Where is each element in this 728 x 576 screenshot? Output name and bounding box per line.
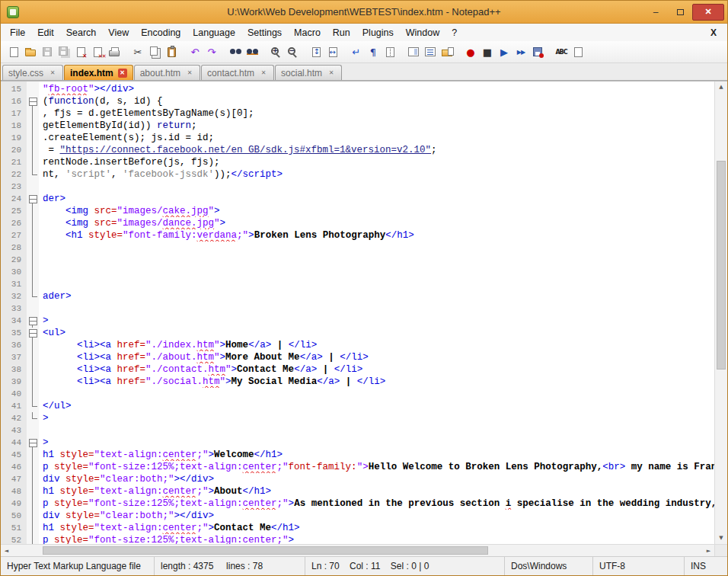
line-number[interactable]: 21 (1, 156, 27, 168)
line-number[interactable]: 52 (1, 534, 27, 544)
tab-close-icon[interactable]: ✕ (185, 69, 194, 78)
tab-close-icon[interactable]: ✕ (259, 69, 268, 78)
toolbar-show-indent-guide-button[interactable] (382, 43, 398, 60)
code-line[interactable]: 24der> (1, 193, 714, 205)
menu-settings[interactable]: Settings (241, 25, 288, 40)
code-line[interactable]: 45h1 style="text-align:center;">Welcome<… (1, 449, 714, 461)
toolbar-function-list-button[interactable] (422, 43, 439, 60)
tab-index-htm[interactable]: index.htm✕ (64, 65, 133, 80)
toolbar-word-wrap-button[interactable]: ↵ (348, 43, 365, 60)
toolbar-new-file-button[interactable] (5, 43, 22, 60)
scroll-left-icon[interactable]: ◄ (1, 545, 12, 557)
toolbar-close-file-button[interactable] (72, 43, 89, 60)
code-line[interactable]: 48h1 style="text-align:center;">About</h… (1, 485, 714, 498)
fold-toggle-icon[interactable] (27, 95, 39, 107)
code-line[interactable]: 35<ul> (1, 327, 714, 339)
toolbar-zoom-in-button[interactable] (267, 43, 284, 60)
line-number[interactable]: 29 (1, 254, 27, 266)
menu-search[interactable]: Search (60, 25, 103, 40)
code-line[interactable]: 42> (1, 412, 714, 424)
line-number[interactable]: 15 (1, 83, 27, 95)
horizontal-scroll-thumb[interactable] (43, 546, 488, 555)
line-number[interactable]: 40 (1, 388, 27, 400)
toolbar-save-all-button[interactable] (56, 43, 72, 60)
code-line[interactable]: 21rentNode.insertBefore(js, fjs); (1, 156, 714, 168)
editor[interactable]: 15"fb-root"></div>16(function(d, s, id) … (1, 82, 714, 544)
toolbar-run-macro-multiple-button[interactable]: ▶▶ (512, 43, 529, 60)
toolbar-replace-button[interactable] (244, 43, 260, 60)
menu-plugins[interactable]: Plugins (356, 25, 400, 40)
code-line[interactable]: 40 (1, 388, 714, 400)
line-number[interactable]: 46 (1, 461, 27, 473)
line-number[interactable]: 27 (1, 229, 27, 242)
toolbar-print-button[interactable] (106, 43, 123, 60)
menubar-close-icon[interactable]: X (703, 27, 724, 38)
code-line[interactable]: 41</ul> (1, 400, 714, 412)
toolbar-paste-button[interactable] (163, 43, 180, 60)
code-line[interactable]: 27 <h1 style="font-family:verdana;">Brok… (1, 229, 714, 242)
toolbar-cut-button[interactable]: ✂ (129, 43, 146, 60)
line-number[interactable]: 33 (1, 302, 27, 315)
menu-language[interactable]: Language (187, 25, 241, 40)
line-number[interactable]: 28 (1, 242, 27, 254)
toolbar-close-all-button[interactable] (89, 43, 106, 60)
close-button[interactable]: ✕ (692, 4, 724, 21)
code-line[interactable]: 17, fjs = d.getElementsByTagName(s)[0]; (1, 107, 714, 120)
toolbar-sync-horizontal-button[interactable] (324, 43, 341, 60)
toolbar-playback-macro-button[interactable]: ▶ (496, 43, 512, 60)
line-number[interactable]: 23 (1, 181, 27, 193)
menu-help[interactable]: ? (445, 25, 463, 40)
line-number[interactable]: 19 (1, 132, 27, 144)
maximize-button[interactable] (668, 4, 692, 21)
code-line[interactable]: 33 (1, 302, 714, 315)
code-line[interactable]: 29 (1, 254, 714, 266)
code-line[interactable]: 31 (1, 278, 714, 290)
line-number[interactable]: 38 (1, 363, 27, 376)
line-number[interactable]: 24 (1, 193, 27, 205)
line-number[interactable]: 34 (1, 315, 27, 327)
line-number[interactable]: 41 (1, 400, 27, 412)
titlebar[interactable]: U:\Work\Web Development\WEBTEST\index.ht… (1, 1, 727, 24)
code-line[interactable]: 28 (1, 242, 714, 254)
line-number[interactable]: 44 (1, 437, 27, 449)
line-number[interactable]: 20 (1, 144, 27, 156)
menu-macro[interactable]: Macro (288, 25, 327, 40)
line-number[interactable]: 31 (1, 278, 27, 290)
code-line[interactable]: 50div style="clear:both;"></div> (1, 510, 714, 522)
line-number[interactable]: 35 (1, 327, 27, 339)
code-line[interactable]: 16(function(d, s, id) { (1, 95, 714, 107)
status-eol-format[interactable]: Dos\Windows (505, 557, 593, 575)
toolbar-folder-as-workspace-button[interactable] (439, 43, 455, 60)
line-number[interactable]: 18 (1, 120, 27, 132)
status-typing-mode[interactable]: INS (685, 557, 727, 575)
line-number[interactable]: 22 (1, 168, 27, 181)
code-line[interactable]: 38 <li><a href="./contact.htm">Contact M… (1, 363, 714, 376)
line-number[interactable]: 30 (1, 266, 27, 278)
vertical-scroll-thumb[interactable] (717, 161, 726, 370)
toolbar-start-recording-button[interactable]: ● (462, 43, 479, 60)
menu-file[interactable]: File (4, 25, 31, 40)
code-line[interactable]: 15"fb-root"></div> (1, 83, 714, 95)
code-line[interactable]: 49p style="font-size:125%;text-align:cen… (1, 498, 714, 510)
line-number[interactable]: 25 (1, 205, 27, 217)
code-line[interactable]: 25 <img src="images/cake.jpg"> (1, 205, 714, 217)
code-line[interactable]: 44> (1, 437, 714, 449)
line-number[interactable]: 48 (1, 485, 27, 498)
toolbar-find-button[interactable] (227, 43, 244, 60)
toolbar-save-macro-button[interactable] (529, 43, 546, 60)
tab-contact-htm[interactable]: contact.htm✕ (201, 65, 274, 80)
menu-edit[interactable]: Edit (31, 25, 60, 40)
scroll-right-icon[interactable]: ► (703, 545, 714, 557)
line-number[interactable]: 36 (1, 339, 27, 351)
line-number[interactable]: 42 (1, 412, 27, 424)
vertical-scrollbar[interactable]: ▲ ▼ (714, 82, 727, 544)
toolbar-copy-button[interactable] (146, 43, 163, 60)
code-line[interactable]: 18getElementById(id)) return; (1, 120, 714, 132)
tab-close-icon[interactable]: ✕ (327, 69, 336, 78)
code-line[interactable]: 47div style="clear:both;"></div> (1, 473, 714, 485)
line-number[interactable]: 50 (1, 510, 27, 522)
code-line[interactable]: 43 (1, 424, 714, 437)
code-line[interactable]: 20 = "https://connect.facebook.net/en_GB… (1, 144, 714, 156)
code-line[interactable]: 34> (1, 315, 714, 327)
status-encoding[interactable]: UTF-8 (593, 557, 685, 575)
